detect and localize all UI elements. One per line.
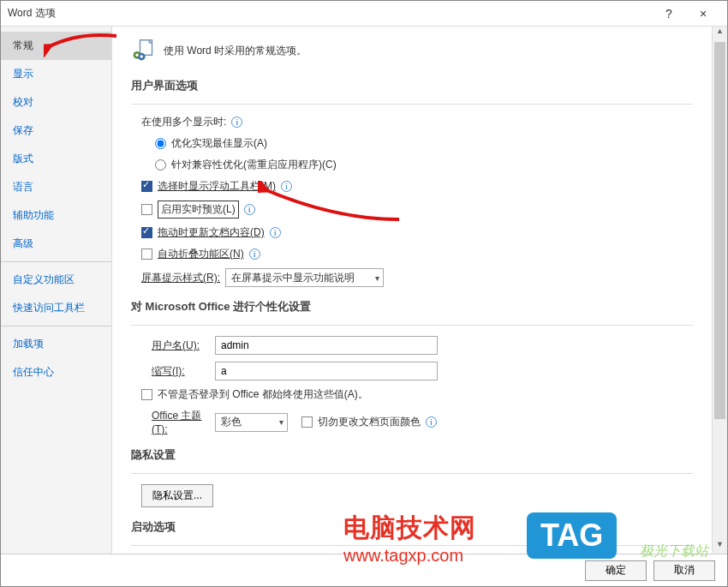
radio-optimize-label: 优化实现最佳显示(A) — [171, 136, 267, 151]
mini-toolbar-row: 选择时显示浮动工具栏(M) i — [131, 179, 693, 194]
radio-compat-row: 针对兼容性优化(需重启应用程序)(C) — [131, 158, 693, 172]
options-dialog: Word 选项 ? × 常规 显示 校对 保存 版式 语言 辅助功能 高级 自定… — [0, 0, 728, 587]
sidebar-item-layout[interactable]: 版式 — [1, 145, 111, 173]
cancel-button[interactable]: 取消 — [653, 560, 715, 581]
divider — [131, 473, 693, 474]
divider — [131, 104, 693, 105]
sidebar-item-quick-access[interactable]: 快速访问工具栏 — [1, 294, 111, 322]
checkbox-auto-collapse[interactable] — [141, 249, 152, 260]
theme-select[interactable]: 彩色 — [215, 413, 288, 432]
sidebar-separator — [1, 326, 111, 326]
general-options-icon — [131, 39, 155, 63]
category-sidebar: 常规 显示 校对 保存 版式 语言 辅助功能 高级 自定义功能区 快速访问工具栏… — [1, 27, 112, 554]
section-startup: 启动选项 — [131, 519, 693, 535]
auto-collapse-label: 自动折叠功能区(N) — [158, 247, 244, 261]
screentip-row: 屏幕提示样式(R): 在屏幕提示中显示功能说明 — [131, 268, 693, 287]
always-use-row: 不管是否登录到 Office 都始终使用这些值(A)。 — [131, 387, 693, 402]
sidebar-separator — [1, 261, 111, 262]
dialog-body: 常规 显示 校对 保存 版式 语言 辅助功能 高级 自定义功能区 快速访问工具栏… — [1, 27, 727, 554]
sidebar-item-display[interactable]: 显示 — [1, 60, 111, 88]
sidebar-item-addins[interactable]: 加载项 — [1, 330, 111, 358]
live-preview-row: 启用实时预览(L) i — [131, 201, 693, 219]
section-personalize: 对 Microsoft Office 进行个性化设置 — [131, 299, 693, 314]
radio-compatibility[interactable] — [155, 159, 166, 171]
divider — [131, 325, 693, 326]
dialog-footer: 确定 取消 — [1, 554, 727, 586]
content-pane: 使用 Word 时采用的常规选项。 用户界面选项 在使用多个显示时: i 优化实… — [112, 27, 712, 554]
mini-toolbar-label: 选择时显示浮动工具栏(M) — [158, 179, 276, 194]
titlebar: Word 选项 ? × — [1, 1, 727, 27]
always-use-label: 不管是否登录到 Office 都始终使用这些值(A)。 — [158, 387, 368, 402]
username-row: 用户名(U): — [131, 336, 693, 355]
section-ui-options: 用户界面选项 — [131, 78, 693, 93]
privacy-button-row: 隐私设置... — [131, 484, 693, 507]
sidebar-item-general[interactable]: 常规 — [1, 32, 111, 60]
checkbox-no-change-bg[interactable] — [301, 416, 313, 428]
ok-button[interactable]: 确定 — [585, 560, 647, 581]
section-privacy: 隐私设置 — [131, 447, 693, 463]
info-icon[interactable]: i — [270, 227, 281, 238]
help-button[interactable]: ? — [652, 7, 686, 21]
info-icon[interactable]: i — [231, 117, 242, 128]
sidebar-item-advanced[interactable]: 高级 — [1, 230, 111, 258]
checkbox-mini-toolbar[interactable] — [141, 181, 152, 192]
svg-point-3 — [135, 54, 139, 57]
drag-update-label: 拖动时更新文档内容(D) — [158, 225, 265, 240]
radio-compat-label: 针对兼容性优化(需重启应用程序)(C) — [171, 158, 337, 172]
content-wrap: 使用 Word 时采用的常规选项。 用户界面选项 在使用多个显示时: i 优化实… — [112, 27, 727, 554]
info-icon[interactable]: i — [249, 249, 260, 260]
scroll-down-arrow[interactable]: ▼ — [713, 540, 727, 554]
divider — [131, 545, 693, 546]
theme-label: Office 主题(T): — [141, 409, 210, 435]
initials-input[interactable] — [215, 362, 438, 380]
svg-point-4 — [140, 55, 144, 58]
username-label: 用户名(U): — [141, 338, 210, 353]
info-icon[interactable]: i — [244, 204, 255, 215]
checkbox-always-use-values[interactable] — [141, 389, 152, 400]
radio-optimize-display[interactable] — [155, 138, 166, 149]
info-icon[interactable]: i — [426, 416, 437, 428]
live-preview-label: 启用实时预览(L) — [158, 201, 239, 219]
username-input[interactable] — [215, 336, 438, 355]
page-header: 使用 Word 时采用的常规选项。 — [131, 39, 693, 63]
checkbox-live-preview[interactable] — [141, 204, 152, 215]
window-title: Word 选项 — [8, 6, 652, 21]
vertical-scrollbar[interactable]: ▲ ▼ — [712, 27, 727, 554]
theme-row: Office 主题(T): 彩色 切勿更改文档页面颜色 i — [131, 409, 693, 435]
close-button[interactable]: × — [686, 7, 720, 21]
sidebar-item-language[interactable]: 语言 — [1, 173, 111, 201]
initials-label: 缩写(I): — [141, 364, 210, 379]
auto-collapse-row: 自动折叠功能区(N) i — [131, 247, 693, 261]
sidebar-item-trust-center[interactable]: 信任中心 — [1, 358, 111, 386]
no-change-bg-label: 切勿更改文档页面颜色 — [318, 415, 421, 429]
drag-update-row: 拖动时更新文档内容(D) i — [131, 225, 693, 240]
sidebar-item-save[interactable]: 保存 — [1, 117, 111, 145]
sidebar-item-accessibility[interactable]: 辅助功能 — [1, 201, 111, 230]
sidebar-item-customize-ribbon[interactable]: 自定义功能区 — [1, 266, 111, 294]
radio-optimize-row: 优化实现最佳显示(A) — [131, 136, 693, 151]
scroll-up-arrow[interactable]: ▲ — [713, 27, 727, 40]
checkbox-drag-update[interactable] — [141, 227, 152, 238]
screentip-select[interactable]: 在屏幕提示中显示功能说明 — [225, 268, 384, 287]
privacy-settings-button[interactable]: 隐私设置... — [141, 484, 213, 507]
sidebar-item-proofing[interactable]: 校对 — [1, 88, 111, 117]
screentip-label: 屏幕提示样式(R): — [141, 271, 220, 285]
multi-display-label: 在使用多个显示时: — [141, 115, 226, 129]
scroll-thumb[interactable] — [714, 42, 725, 419]
page-header-text: 使用 Word 时采用的常规选项。 — [164, 44, 307, 58]
initials-row: 缩写(I): — [131, 362, 693, 380]
multi-display-label-row: 在使用多个显示时: i — [131, 115, 693, 129]
info-icon[interactable]: i — [281, 181, 292, 192]
